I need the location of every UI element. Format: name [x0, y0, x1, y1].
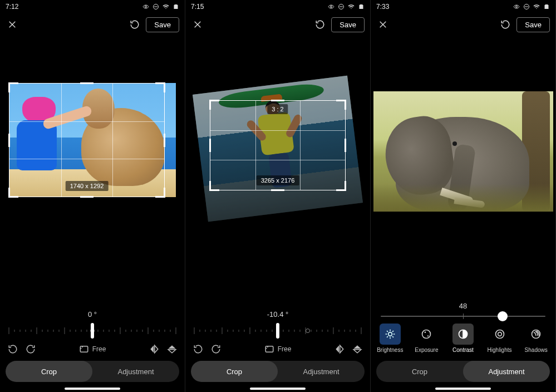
crop-handle-tr[interactable] — [336, 100, 346, 110]
svg-line-83 — [392, 336, 393, 337]
rotation-dial[interactable] — [3, 321, 181, 341]
adjust-contrast-label: Contrast — [452, 347, 474, 353]
crop-handle-top[interactable] — [271, 100, 284, 101]
crop-handle-left[interactable] — [8, 134, 10, 147]
crop-handle-bl[interactable] — [8, 188, 18, 198]
crop-handle-right[interactable] — [164, 134, 165, 147]
svg-point-89 — [498, 332, 501, 336]
editor-canvas[interactable]: 3 : 2 3265 x 2176 — [185, 36, 370, 306]
status-bar: 7:15 — [185, 0, 370, 13]
close-button[interactable] — [376, 18, 390, 31]
adjust-brightness[interactable]: Brightness — [373, 321, 407, 355]
status-bar: 7:33 — [371, 0, 555, 13]
aspect-ratio-button[interactable]: Free — [79, 344, 106, 354]
bottom-tabs: Crop Adjustment — [6, 361, 179, 382]
aspect-ratio-badge: 3 : 2 — [267, 104, 288, 114]
crop-rectangle[interactable]: 1740 x 1292 — [9, 83, 165, 197]
rotation-dial[interactable] — [189, 321, 367, 341]
svg-point-0 — [145, 6, 147, 8]
dial-zero-marker — [306, 329, 310, 333]
status-time: 7:12 — [6, 3, 18, 11]
crop-dimensions-badge: 3265 x 2176 — [257, 175, 299, 185]
battery-icon — [543, 3, 550, 10]
top-bar: Save — [185, 13, 370, 36]
tab-adjustment[interactable]: Adjustment — [92, 361, 179, 382]
revert-icon[interactable] — [499, 18, 512, 31]
photo-preview — [373, 91, 553, 212]
crop-handle-left[interactable] — [209, 139, 211, 152]
close-button[interactable] — [6, 18, 19, 31]
flip-horizontal-button[interactable] — [149, 344, 159, 354]
tab-crop[interactable]: Crop — [376, 361, 463, 382]
adjust-exposure-label: Exposure — [415, 347, 438, 353]
home-indicator[interactable] — [435, 388, 491, 390]
dial-knob[interactable] — [276, 323, 279, 339]
flip-horizontal-button[interactable] — [334, 344, 345, 354]
close-button[interactable] — [191, 18, 204, 31]
revert-icon[interactable] — [313, 18, 327, 31]
save-button[interactable]: Save — [331, 17, 365, 32]
tab-crop[interactable]: Crop — [6, 361, 92, 382]
crop-handle-tl[interactable] — [209, 100, 219, 110]
crop-handle-bottom[interactable] — [271, 189, 284, 191]
editor-canvas[interactable]: 1740 x 1292 — [0, 36, 185, 306]
revert-icon[interactable] — [128, 18, 141, 31]
svg-point-88 — [495, 330, 504, 339]
adjust-exposure[interactable]: Exposure — [409, 321, 444, 355]
home-indicator[interactable] — [65, 388, 120, 390]
crop-handle-right[interactable] — [345, 139, 346, 152]
crop-toolbar: Free — [185, 341, 370, 355]
bottom-tabs: Crop Adjustment — [191, 361, 365, 382]
status-icons — [513, 3, 550, 10]
slider-thumb[interactable] — [498, 311, 508, 321]
svg-rect-71 — [265, 346, 273, 352]
crop-handle-bl[interactable] — [209, 181, 219, 191]
screen-crop-rotated: 7:15 Save — [185, 0, 371, 392]
status-bar: 7:12 — [0, 0, 185, 13]
adjust-shadows[interactable]: Shadows — [519, 321, 553, 355]
status-icons — [328, 3, 365, 10]
editor-canvas[interactable] — [371, 36, 555, 302]
dial-knob[interactable] — [91, 323, 94, 339]
tab-adjustment[interactable]: Adjustment — [463, 361, 550, 382]
save-button[interactable]: Save — [516, 17, 550, 32]
tab-adjustment[interactable]: Adjustment — [278, 361, 365, 382]
crop-handle-top[interactable] — [80, 82, 94, 84]
crop-handle-tr[interactable] — [155, 82, 165, 92]
adjust-highlights-label: Highlights — [488, 347, 512, 353]
wifi-icon — [163, 3, 169, 10]
svg-point-77 — [388, 332, 392, 336]
adjustment-toolbar: Brightness Exposure Contrast Highlights … — [371, 319, 555, 355]
aspect-ratio-button[interactable]: Free — [264, 344, 292, 354]
eye-icon — [513, 3, 520, 10]
rotation-value: -10.4 ° — [185, 310, 370, 318]
adjust-shadows-label: Shadows — [525, 347, 548, 353]
adjust-contrast[interactable]: Contrast — [446, 321, 480, 355]
crop-rectangle[interactable]: 3 : 2 3265 x 2176 — [210, 100, 346, 190]
flip-vertical-button[interactable] — [167, 344, 177, 354]
rotate-ccw-button[interactable] — [193, 344, 203, 354]
top-bar: Save — [371, 13, 555, 36]
save-button[interactable]: Save — [146, 17, 179, 32]
rotate-cw-button[interactable] — [26, 344, 36, 354]
svg-line-85 — [392, 331, 393, 332]
crop-handle-br[interactable] — [155, 188, 165, 198]
home-indicator[interactable] — [250, 388, 306, 390]
flip-vertical-button[interactable] — [352, 344, 362, 354]
tab-crop[interactable]: Crop — [191, 361, 278, 382]
adjust-highlights[interactable]: Highlights — [483, 321, 517, 355]
svg-line-84 — [387, 336, 388, 337]
crop-handle-bottom[interactable] — [80, 196, 94, 198]
dnd-icon — [152, 3, 159, 10]
svg-point-36 — [331, 6, 332, 8]
dnd-icon — [338, 3, 345, 10]
crop-handle-br[interactable] — [336, 181, 346, 191]
adjustment-value: 48 — [371, 302, 555, 310]
adjustment-slider[interactable] — [371, 310, 555, 319]
crop-handle-tl[interactable] — [8, 82, 18, 92]
status-time: 7:33 — [376, 3, 389, 11]
status-time: 7:15 — [191, 3, 204, 11]
eye-icon — [328, 3, 334, 10]
rotate-cw-button[interactable] — [211, 344, 221, 354]
rotate-ccw-button[interactable] — [8, 344, 18, 354]
